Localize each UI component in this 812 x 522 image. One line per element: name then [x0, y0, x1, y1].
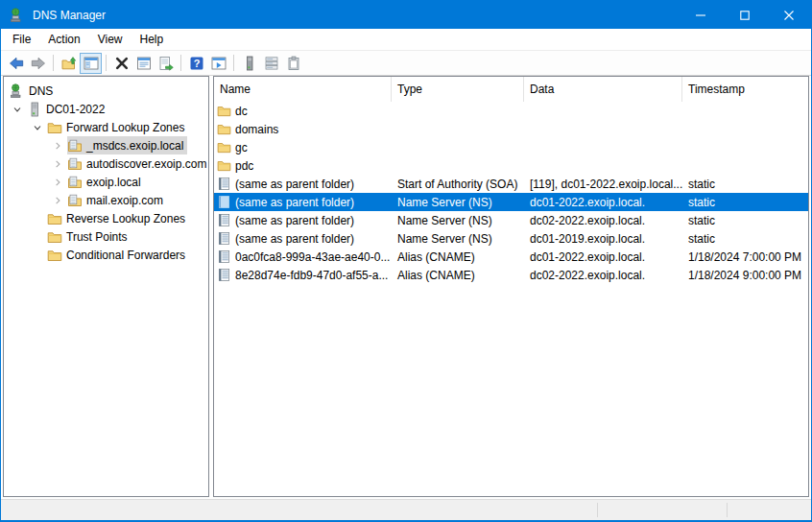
- menu-item-help[interactable]: Help: [131, 30, 173, 49]
- chevron-down-icon[interactable]: [28, 118, 47, 136]
- cell-timestamp: 1/18/2024 9:00:00 PM: [682, 269, 808, 282]
- column-header-type[interactable]: Type: [392, 77, 524, 102]
- help-icon: [189, 56, 204, 71]
- folder-up-icon: [61, 56, 77, 71]
- tree-item-label: Conditional Forwarders: [66, 249, 185, 262]
- chevron-right-icon[interactable]: [48, 136, 67, 154]
- tree-item-conditional-forwarders[interactable]: Conditional Forwarders: [4, 246, 208, 264]
- console-tree-icon: [84, 56, 99, 71]
- cell-type: Name Server (NS): [392, 214, 524, 227]
- tree-item-dc01-2022[interactable]: DC01-2022: [4, 100, 208, 118]
- dns-manager-window: DNS Manager File Action View Help: [0, 0, 812, 522]
- table-row-dc[interactable]: dc: [214, 102, 808, 120]
- minimize-icon: [696, 11, 705, 20]
- close-button[interactable]: [767, 1, 811, 29]
- export-list-button[interactable]: [155, 53, 177, 74]
- chevron-placeholder: [28, 209, 47, 227]
- tree-item-autodiscover-exoip-com[interactable]: autodiscover.exoip.com: [4, 154, 208, 173]
- menu-item-file[interactable]: File: [4, 30, 39, 49]
- chevron-right-icon[interactable]: [48, 154, 67, 173]
- tree-item-label: Trust Points: [66, 230, 128, 244]
- tree-item-forward-lookup-zones[interactable]: Forward Lookup Zones: [4, 118, 208, 136]
- maximize-icon: [740, 11, 750, 20]
- menu-item-action[interactable]: Action: [39, 30, 88, 49]
- cell-data: dc01-2022.exoip.local.: [524, 250, 682, 264]
- minimize-button[interactable]: [679, 1, 723, 29]
- toolbar: [1, 51, 811, 76]
- tree-item-trust-points[interactable]: Trust Points: [4, 227, 208, 246]
- new-window-button[interactable]: [207, 53, 229, 74]
- cell-timestamp: static: [682, 196, 808, 209]
- table-row-ns-dc01-2022-selected[interactable]: (same as parent folder) Name Server (NS)…: [214, 193, 808, 211]
- tree-item-label: DNS: [29, 84, 53, 98]
- tree-item-dns-root[interactable]: DNS: [4, 82, 208, 100]
- cell-name: (same as parent folder): [235, 178, 354, 191]
- table-row-gc[interactable]: gc: [214, 138, 808, 156]
- tree-item-label: autodiscover.exoip.com: [86, 157, 206, 171]
- properties-button[interactable]: [132, 53, 155, 74]
- maximize-button[interactable]: [723, 1, 767, 29]
- tree-item-reverse-lookup-zones[interactable]: Reverse Lookup Zones: [4, 209, 208, 227]
- tree-item-msdcs-exoip-local[interactable]: _msdcs.exoip.local: [4, 136, 208, 154]
- chevron-right-icon[interactable]: [48, 191, 67, 209]
- cell-data: [119], dc01-2022.exoip.local...: [524, 178, 682, 191]
- cell-name: pdc: [235, 159, 253, 173]
- status-section-grip: [728, 500, 811, 520]
- column-header-name[interactable]: Name: [214, 77, 392, 102]
- chevron-placeholder: [28, 227, 47, 246]
- cell-type: Start of Authority (SOA): [392, 178, 524, 191]
- folder-icon: [217, 104, 231, 118]
- list-header: Name Type Data Timestamp: [214, 77, 808, 102]
- show-console-tree-button[interactable]: [80, 53, 102, 74]
- cell-data: dc01-2019.exoip.local.: [524, 232, 682, 246]
- folder-icon: [47, 248, 62, 263]
- record-list-tool-button[interactable]: [260, 53, 282, 74]
- tree-item-exoip-local[interactable]: exoip.local: [4, 173, 208, 191]
- forward-icon: [31, 56, 46, 71]
- tree-item-label: Reverse Lookup Zones: [66, 212, 185, 225]
- column-header-timestamp[interactable]: Timestamp: [682, 77, 808, 102]
- cell-timestamp: static: [682, 232, 808, 246]
- close-icon: [784, 11, 794, 20]
- record-list-icon: [264, 56, 279, 71]
- up-one-level-button[interactable]: [58, 53, 80, 74]
- table-row-pdc[interactable]: pdc: [214, 156, 808, 175]
- tree-item-mail-exoip-com[interactable]: mail.exoip.com: [4, 191, 208, 209]
- back-icon: [9, 56, 24, 71]
- table-row-soa[interactable]: (same as parent folder) Start of Authori…: [214, 175, 808, 193]
- status-bar: [1, 499, 811, 520]
- back-button[interactable]: [5, 53, 27, 74]
- cell-name: gc: [235, 141, 248, 154]
- cell-type: Alias (CNAME): [392, 269, 524, 282]
- menu-item-view[interactable]: View: [89, 30, 131, 49]
- record-icon: [217, 249, 231, 264]
- chevron-right-icon[interactable]: [48, 173, 67, 191]
- title-bar: DNS Manager: [1, 1, 811, 29]
- folder-icon: [47, 211, 62, 226]
- chevron-down-icon[interactable]: [8, 100, 27, 118]
- forward-button[interactable]: [27, 53, 49, 74]
- cell-name: 8e28d74e-fdb9-47d0-af55-a...: [235, 269, 388, 282]
- toolbar-separator: [233, 55, 234, 71]
- main-area: DNS DC01-2022 Forward Lookup Zones _msdc…: [1, 76, 811, 499]
- clipboard-icon: [286, 56, 301, 71]
- toolbar-separator: [53, 55, 54, 71]
- table-row-cname-0ac0fca8[interactable]: 0ac0fca8-999a-43ae-ae40-0... Alias (CNAM…: [214, 248, 808, 266]
- cell-type: Name Server (NS): [392, 232, 524, 246]
- properties-icon: [136, 56, 152, 71]
- cell-data: dc02-2022.exoip.local.: [524, 214, 682, 227]
- server-tool-button[interactable]: [238, 53, 260, 74]
- table-row-cname-8e28d74e[interactable]: 8e28d74e-fdb9-47d0-af55-a... Alias (CNAM…: [214, 266, 808, 284]
- table-row-ns-dc02-2022[interactable]: (same as parent folder) Name Server (NS)…: [214, 211, 808, 229]
- console-tree-pane: DNS DC01-2022 Forward Lookup Zones _msdc…: [3, 76, 209, 497]
- record-icon: [217, 195, 231, 209]
- folder-icon: [47, 229, 62, 245]
- delete-button[interactable]: [110, 53, 132, 74]
- help-button[interactable]: [185, 53, 207, 74]
- table-row-ns-dc01-2019[interactable]: (same as parent folder) Name Server (NS)…: [214, 229, 808, 248]
- paste-tool-button[interactable]: [282, 53, 304, 74]
- cell-name: (same as parent folder): [235, 214, 354, 227]
- cell-name: dc: [235, 105, 248, 118]
- table-row-domains[interactable]: domains: [214, 120, 808, 138]
- column-header-data[interactable]: Data: [524, 77, 682, 102]
